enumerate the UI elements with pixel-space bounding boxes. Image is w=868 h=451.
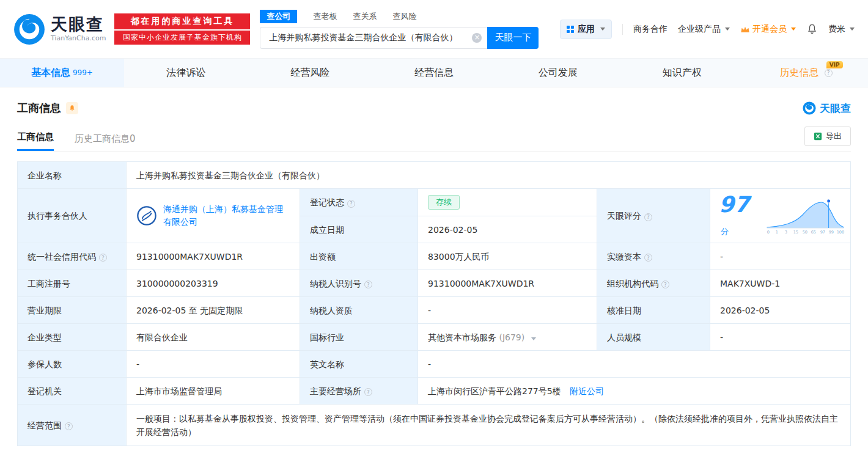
partner-company-logo [136,205,157,226]
tab-operation-info[interactable]: 经营信息 [372,59,496,87]
sub-tabs: 工商信息 历史工商信息0 导出 [17,127,851,152]
registration-number-value: 310000000203319 [127,270,300,297]
subscribe-bell-icon[interactable] [66,102,78,114]
tab-basic-info[interactable]: 基本信息 999+ [0,59,124,87]
apps-grid-icon [567,26,574,33]
tab-history-info[interactable]: VIP 历史信息 [744,59,868,87]
subtab-history-business-info[interactable]: 历史工商信息0 [75,133,136,151]
paid-capital-label: 实缴资本 [597,243,710,270]
tab-operation-risk[interactable]: 经营风险 [248,59,372,87]
help-icon[interactable] [364,388,372,396]
score-value: 97分 0 1 3 15 50 [710,189,851,243]
label-text: 纳税人识别号 [310,279,361,288]
industry-label: 国标行业 [300,324,418,351]
table-row: 企业类型 有限合伙企业 国标行业 其他资本市场服务 (J679) 人员规模 - [18,324,851,351]
label-text: 登记状态 [310,197,344,207]
search-tab-boss[interactable]: 查老板 [313,11,337,22]
paid-capital-value: - [710,243,851,270]
help-icon[interactable] [364,280,372,288]
business-address-value: 上海市闵行区沪青平公路277号5楼 附近公司 [418,378,851,405]
executive-partner-link[interactable]: 海通并购（上海）私募基金管理有限公司 [163,203,290,229]
label-text: 主要经营场所 [310,386,361,396]
enterprise-product-link[interactable]: 企业级产品 [678,24,730,35]
user-menu[interactable]: 费米 [828,24,855,35]
tab-label: 基本信息 [31,67,70,79]
insured-count-label: 参保人数 [18,351,127,378]
brand-domain: TianYanCha.com [51,34,106,42]
notification-bell-icon[interactable] [806,23,818,35]
approval-date-label: 核准日期 [597,297,710,324]
help-icon[interactable] [661,280,669,288]
search-tab-company[interactable]: 查公司 [260,10,297,23]
crown-icon [740,25,750,34]
search-area: 查公司 查老板 查关系 查风险 天眼一下 [260,10,539,49]
clear-icon[interactable] [472,33,482,43]
svg-text:50: 50 [802,230,807,235]
registration-status-value: 存续 [418,189,597,216]
subtab-business-info[interactable]: 工商信息 [17,131,54,151]
header-right: 应用 商务合作 企业级产品 开通会员 费米 [560,20,855,39]
tab-intellectual-property[interactable]: 知识产权 [620,59,744,87]
svg-text:100: 100 [836,230,844,235]
org-code-value: MAK7XUWD-1 [710,270,851,297]
chevron-down-icon [725,28,730,31]
tab-company-development[interactable]: 公司发展 [496,59,620,87]
tab-label: 知识产权 [663,67,702,79]
table-row: 登记机关 上海市市场监督管理局 主要经营场所 上海市闵行区沪青平公路277号5楼… [18,378,851,405]
help-icon[interactable] [347,200,355,208]
help-icon[interactable] [644,213,652,221]
score-marker-dot [826,199,830,203]
tianyancha-watermark: 天眼查 [803,101,851,116]
insured-count-value: - [127,351,300,378]
apps-button[interactable]: 应用 [560,20,612,39]
svg-text:1: 1 [775,230,778,235]
open-vip-link[interactable]: 开通会员 [740,24,796,35]
establish-date-value: 2026-02-05 [418,216,597,243]
capital-value: 83000万人民币 [418,243,597,270]
executive-partner-label: 执行事务合伙人 [18,189,127,243]
export-button[interactable]: 导出 [804,127,851,146]
tianyancha-logo-icon [803,101,816,115]
help-icon [825,69,833,77]
company-name-value: 上海并购私募投资基金三期合伙企业（有限合伙） [127,162,851,189]
table-row: 企业名称 上海并购私募投资基金三期合伙企业（有限合伙） [18,162,851,189]
table-row: 执行事务合伙人 海通并购（上海）私募基金管理有限公司 登记状态 存续 [18,189,851,216]
svg-text:99: 99 [828,230,833,235]
svg-text:15: 15 [793,230,798,235]
label-text: 经营范围 [28,420,62,430]
chevron-down-icon[interactable] [531,337,536,340]
tianyancha-logo[interactable]: 天眼查 TianYanCha.com [13,13,106,45]
table-row: 经营范围 一般项目：以私募基金从事股权投资、投资管理、资产管理等活动（须在中国证… [18,405,851,446]
credit-code-label: 统一社会信用代码 [18,243,127,270]
search-input[interactable] [268,32,469,43]
capital-label: 出资额 [300,243,418,270]
chevron-down-icon [600,28,605,31]
org-code-label: 组织机构代码 [597,270,710,297]
executive-partner-value: 海通并购（上海）私募基金管理有限公司 [127,189,300,243]
business-cooperation-link[interactable]: 商务合作 [633,24,668,35]
industry-value: 其他资本市场服务 (J679) [418,324,597,351]
staff-size-value: - [710,324,851,351]
search-tab-relation[interactable]: 查关系 [353,11,377,22]
search-button[interactable]: 天眼一下 [487,27,539,49]
table-row: 统一社会信用代码 91310000MAK7XUWD1R 出资额 83000万人民… [18,243,851,270]
svg-text:65: 65 [811,230,815,235]
help-icon[interactable] [65,422,73,430]
tianyancha-logo-icon [13,13,45,45]
company-name-label: 企业名称 [18,162,127,189]
registration-status-label: 登记状态 [300,189,418,216]
help-icon[interactable] [99,254,107,262]
help-icon[interactable] [644,254,652,262]
label-text: 天眼评分 [607,211,641,221]
taxpayer-id-label: 纳税人识别号 [300,270,418,297]
nearby-companies-link[interactable]: 附近公司 [570,386,604,396]
label-text: 统一社会信用代码 [28,252,96,262]
export-label: 导出 [826,131,842,142]
svg-text:3: 3 [784,230,787,235]
taxpayer-quality-value: - [418,297,597,324]
main-nav: 基本信息 999+ 法律诉讼 经营风险 经营信息 公司发展 知识产权 VIP 历… [0,58,868,87]
search-tab-risk[interactable]: 查风险 [392,11,416,22]
business-term-label: 营业期限 [18,297,127,324]
business-info-table: 企业名称 上海并购私募投资基金三期合伙企业（有限合伙） 执行事务合伙人 海通并购… [17,161,851,446]
tab-legal-proceedings[interactable]: 法律诉讼 [124,59,248,87]
